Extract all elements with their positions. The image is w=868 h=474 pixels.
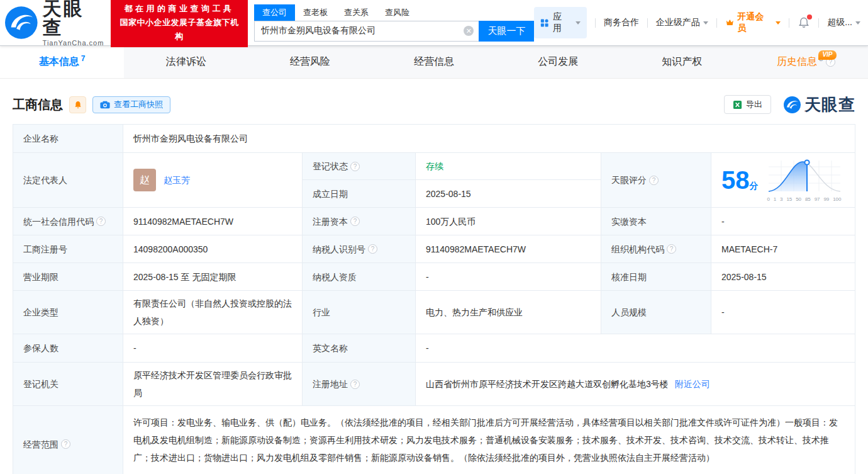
search-tab-relation[interactable]: 查关系 bbox=[336, 4, 377, 21]
score-distribution-chart: 0131550859799100 bbox=[767, 158, 842, 202]
taxpayer-quality-label: 纳税人资质 bbox=[303, 263, 416, 290]
nav-item-enterprise[interactable]: 企业级产品 bbox=[656, 17, 708, 28]
tianyancha-watermark: 天眼查 bbox=[784, 94, 855, 116]
table-row: 法定代表人 赵 赵玉芳 登记状态 存续 成立日期 2025-08-15 bbox=[13, 153, 855, 208]
apps-menu[interactable]: 应用 bbox=[534, 7, 587, 38]
tab-history-info[interactable]: 历史信息 3 VIP bbox=[744, 45, 868, 78]
search-tab-risk[interactable]: 查风险 bbox=[377, 4, 418, 21]
business-term-value: 2025-08-15 至 无固定期限 bbox=[123, 263, 303, 290]
help-icon[interactable] bbox=[368, 244, 377, 254]
tab-count: 7 bbox=[81, 54, 86, 63]
help-icon[interactable] bbox=[350, 217, 360, 226]
staff-size-value: - bbox=[711, 291, 855, 334]
paid-capital-label: 实缴资本 bbox=[601, 208, 711, 235]
search-button[interactable]: 天眼一下 bbox=[479, 21, 534, 42]
score-curve bbox=[767, 158, 842, 193]
reg-address-label-text: 注册地址 bbox=[313, 375, 348, 393]
org-code-label: 组织机构代码 bbox=[601, 235, 711, 262]
chevron-down-icon bbox=[855, 21, 860, 25]
business-scope-label-text: 经营范围 bbox=[23, 436, 58, 453]
tab-business-risk[interactable]: 经营风险 bbox=[248, 45, 372, 78]
score-value-cell[interactable]: 58分 bbox=[711, 153, 855, 207]
camera-icon bbox=[100, 101, 110, 109]
company-type-label: 企业类型 bbox=[13, 291, 123, 334]
score-label: 天眼评分 bbox=[601, 153, 711, 207]
logo-subtitle: TianYanCha.com bbox=[43, 40, 104, 47]
slogan-line1: 都在用的商业查询工具 bbox=[117, 2, 242, 16]
bell-icon bbox=[74, 100, 82, 110]
nav-item-cooperation[interactable]: 商务合作 bbox=[604, 17, 639, 28]
clear-search-icon[interactable] bbox=[464, 26, 474, 36]
tianyancha-logo[interactable]: 天眼查 TianYanCha.com bbox=[5, 0, 104, 47]
help-icon[interactable] bbox=[350, 380, 360, 389]
reg-status-value: 存续 bbox=[416, 153, 601, 179]
taxpayer-id-label: 纳税人识别号 bbox=[303, 235, 416, 262]
tab-basic-info[interactable]: 基本信息 7 bbox=[0, 45, 124, 78]
reg-capital-value: 100万人民币 bbox=[416, 208, 601, 235]
help-icon[interactable] bbox=[649, 176, 659, 185]
monitor-bell-button[interactable] bbox=[69, 96, 86, 113]
help-icon[interactable] bbox=[667, 244, 676, 254]
excel-icon bbox=[733, 100, 742, 110]
export-button[interactable]: 导出 bbox=[724, 95, 771, 114]
tab-business-info[interactable]: 经营信息 bbox=[372, 45, 496, 78]
tab-label: 经营信息 bbox=[414, 55, 454, 69]
section-header: 工商信息 查看工商快照 导出 bbox=[13, 94, 855, 115]
score-unit: 分 bbox=[750, 181, 759, 191]
reg-address-text: 山西省忻州市原平经济技术开发区跨越大道双创孵化基地3号楼 bbox=[426, 375, 669, 393]
legal-rep-link[interactable]: 赵玉芳 bbox=[164, 171, 190, 189]
table-row: 登记机关 原平经济技术开发区管理委员会行政审批局 注册地址 山西省忻州市原平经济… bbox=[13, 363, 855, 406]
industry-label: 行业 bbox=[303, 291, 416, 334]
reg-authority-value: 原平经济技术开发区管理委员会行政审批局 bbox=[123, 363, 303, 405]
insured-count-label: 参保人数 bbox=[13, 334, 123, 362]
establish-date-value: 2025-08-15 bbox=[416, 180, 601, 207]
avatar[interactable]: 赵 bbox=[133, 169, 156, 191]
user-account-menu[interactable]: 超级... bbox=[827, 17, 860, 28]
tab-label: 知识产权 bbox=[662, 55, 702, 69]
tab-label: 经营风险 bbox=[290, 55, 330, 69]
reg-authority-label: 登记机关 bbox=[13, 363, 123, 405]
status-date-subtable: 登记状态 存续 成立日期 2025-08-15 bbox=[303, 153, 601, 207]
table-row: 经营范围 许可项目：发电业务、输电业务、供（配）电业务。（依法须经批准的项目，经… bbox=[13, 406, 855, 474]
tab-company-development[interactable]: 公司发展 bbox=[496, 45, 620, 78]
top-right-nav: 应用 商务合作 企业级产品 开通会员 超级... bbox=[534, 7, 860, 38]
help-icon[interactable] bbox=[61, 439, 70, 449]
user-label: 超级... bbox=[827, 17, 852, 28]
apps-label: 应用 bbox=[553, 11, 569, 34]
search-tabs: 查公司 查老板 查关系 查风险 bbox=[254, 4, 534, 21]
open-vip-button[interactable]: 开通会员 bbox=[725, 11, 781, 34]
search-tab-company[interactable]: 查公司 bbox=[254, 4, 295, 21]
reg-status-label: 登记状态 bbox=[303, 153, 416, 179]
table-row: 参保人数 - 英文名称 - bbox=[13, 334, 855, 363]
tab-legal-proceedings[interactable]: 法律诉讼 bbox=[124, 45, 248, 78]
logo-title: 天眼查 bbox=[43, 0, 104, 37]
chevron-down-icon bbox=[703, 21, 708, 25]
english-name-label: 英文名称 bbox=[303, 334, 416, 362]
tab-label: 历史信息 bbox=[777, 55, 817, 69]
tianyancha-swirl-icon bbox=[5, 6, 38, 39]
notification-dot bbox=[807, 14, 812, 20]
staff-size-label: 人员规模 bbox=[601, 291, 711, 334]
notification-bell[interactable] bbox=[798, 16, 810, 29]
snapshot-button-label: 查看工商快照 bbox=[114, 99, 163, 110]
search-tab-boss[interactable]: 查老板 bbox=[295, 4, 336, 21]
company-name-label: 企业名称 bbox=[13, 125, 123, 152]
business-term-label: 营业期限 bbox=[13, 263, 123, 290]
top-header: 天眼查 TianYanCha.com 都在用的商业查询工具 国家中小企业发展子基… bbox=[0, 0, 868, 45]
business-info-table: 企业名称 忻州市金朔风电设备有限公司 法定代表人 赵 赵玉芳 登记状态 存续 成… bbox=[13, 124, 855, 474]
vip-badge: VIP bbox=[818, 50, 836, 60]
help-icon[interactable] bbox=[350, 162, 360, 171]
english-name-value: - bbox=[416, 334, 855, 362]
table-row: 营业期限 2025-08-15 至 无固定期限 纳税人资质 - 核准日期 202… bbox=[13, 263, 855, 291]
tianyancha-swirl-icon bbox=[784, 96, 801, 113]
watermark-label: 天眼查 bbox=[804, 94, 855, 116]
chevron-down-icon bbox=[576, 21, 581, 25]
view-snapshot-button[interactable]: 查看工商快照 bbox=[92, 96, 170, 113]
help-icon[interactable] bbox=[96, 217, 106, 226]
approval-date-value: 2025-08-15 bbox=[711, 263, 855, 290]
tab-intellectual-property[interactable]: 知识产权 bbox=[620, 45, 744, 78]
nearby-companies-link[interactable]: 附近公司 bbox=[675, 375, 710, 393]
tab-label: 基本信息 bbox=[39, 55, 79, 69]
tab-label: 法律诉讼 bbox=[166, 55, 206, 69]
search-input[interactable] bbox=[254, 21, 479, 42]
